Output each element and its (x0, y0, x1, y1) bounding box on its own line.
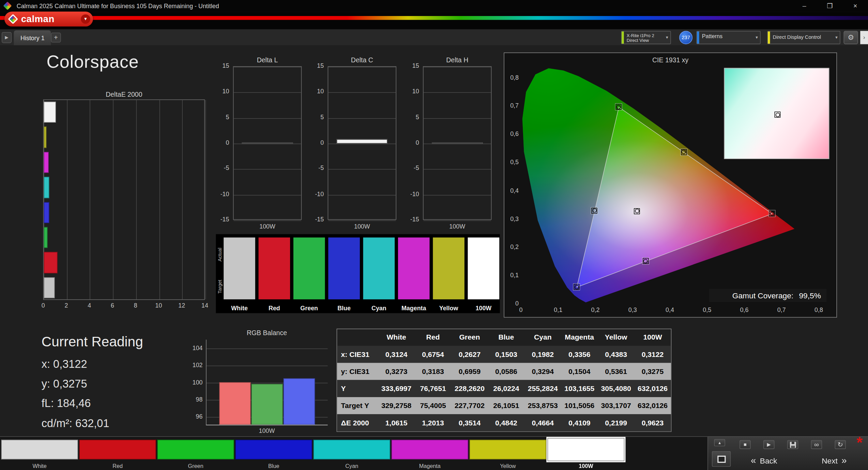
table-header-row: WhiteRedGreenBlueCyanMagentaYellow100W (337, 329, 671, 346)
rgb-tick-label: 104 (193, 344, 203, 351)
pattern-window-icon (717, 455, 725, 463)
deltae-gridline (113, 100, 114, 299)
deltae-bar-cyan (44, 177, 49, 198)
play-button[interactable]: ▶ (763, 440, 774, 449)
settings-button[interactable]: ⚙ (844, 31, 858, 44)
rgb-gridline (207, 365, 328, 366)
swatch-100w[interactable]: 100W (547, 437, 624, 470)
transport-controls: ▲ ■ ▶ ∞ ↻ * « Back Next » (707, 437, 868, 470)
back-button[interactable]: « Back (740, 453, 788, 468)
tab-history-1[interactable]: History 1 (14, 30, 51, 46)
table-row: ΔE 20001,06151,20130,35140,48420,46640,4… (337, 414, 671, 431)
rgb-bar-green (251, 383, 283, 425)
maximize-button[interactable]: ❐ (817, 0, 843, 12)
delta-tick-label: -5 (224, 165, 229, 171)
patch-color (468, 237, 500, 299)
white-point-inset (724, 68, 829, 159)
deltae-tick-label: 0 (36, 302, 50, 309)
swatch-label: 100W (547, 463, 624, 469)
delta-tick-label: 15 (317, 62, 324, 69)
display-control-accent (768, 31, 770, 44)
save-button[interactable] (787, 440, 798, 449)
refresh-icon: ↻ (838, 441, 843, 449)
calman-menu-button[interactable]: calman ▾ (4, 12, 93, 27)
rgb-tick-label: 98 (196, 396, 203, 402)
calman-logo-text: calman (21, 14, 55, 25)
link-icon: ∞ (814, 441, 819, 449)
delta-tick-label: 15 (223, 62, 229, 69)
table-cell: 0,3273 (378, 363, 414, 380)
delta-l-title: Delta L (233, 56, 302, 64)
pattern-window-button[interactable] (712, 451, 731, 467)
calman-logo-icon (8, 14, 18, 24)
patch-color (259, 237, 290, 299)
rgb-tick-label: 100 (193, 379, 203, 385)
swatch-magenta[interactable]: Magenta (391, 437, 468, 470)
table-cell: 0,5361 (598, 363, 634, 380)
cie-point-blue (574, 284, 580, 290)
swatch-cyan[interactable]: Cyan (313, 437, 390, 470)
titlebar: Calman 2025 Calman Ultimate for Business… (0, 0, 868, 12)
patterns-dropdown[interactable]: Patterns ▾ (696, 31, 760, 44)
patch-yellow: Yellow (433, 234, 465, 313)
next-button[interactable]: Next » (810, 453, 858, 468)
cie-point-red (769, 210, 775, 217)
patch-color (293, 237, 325, 299)
meter-dropdown[interactable]: X-Rite i1Pro 2 Direct View ▾ (621, 31, 671, 44)
swatch-white[interactable]: White (1, 437, 78, 470)
table-cell: 0,1982 (524, 346, 561, 363)
table-cell: 227,7702 (451, 397, 488, 414)
swatch-red[interactable]: Red (79, 437, 156, 470)
link-button[interactable]: ∞ (811, 440, 822, 449)
deltae-bar-magenta (44, 152, 48, 173)
refresh-button[interactable]: ↻ (835, 440, 846, 449)
patch-label: Yellow (433, 305, 465, 311)
deltae-tick-label: 2 (60, 302, 73, 309)
next-label: Next (822, 456, 838, 465)
swatch-blue[interactable]: Blue (235, 437, 312, 470)
deltae-tick-label: 4 (83, 302, 96, 309)
table-cell: 0,1504 (561, 363, 597, 380)
delta-gridline (424, 144, 491, 144)
delta-tick-label: -10 (220, 190, 229, 197)
minimize-button[interactable]: – (792, 0, 817, 12)
table-row: y: CIE310,32730,31830,69590,05860,32940,… (337, 363, 671, 380)
swatch-color (469, 440, 546, 459)
swatch-green[interactable]: Green (157, 437, 234, 470)
swatch-yellow[interactable]: Yellow (469, 437, 546, 470)
patch-green: Green (293, 234, 325, 313)
delta-bar-100w (336, 139, 388, 144)
table-header-cell: Green (451, 329, 488, 346)
stop-button[interactable]: ■ (740, 440, 750, 449)
swatch-color (1, 440, 78, 459)
cie-x-tick-label: 0,5 (700, 307, 714, 313)
chevron-down-icon: ▾ (756, 35, 758, 40)
patch-color (328, 237, 360, 299)
meter-badge: 237 (679, 31, 692, 44)
delta-gridline (233, 118, 301, 119)
collapse-up-button[interactable]: ▲ (714, 439, 725, 446)
delta-gridline (328, 144, 396, 144)
deltae-chart-title: DeltaE 2000 (43, 91, 205, 98)
delta-c-xlabel: 100W (328, 223, 396, 230)
delta-tick-label: 5 (226, 113, 229, 120)
cie-y-tick-label: 0,4 (510, 187, 519, 193)
delta-gridline (233, 67, 301, 67)
table-cell: 101,5056 (561, 397, 597, 414)
history-panel-button[interactable]: ▶ (2, 32, 12, 43)
panel-overflow-button[interactable]: › (860, 31, 868, 44)
cie-x-tick-label: 0,1 (551, 307, 565, 313)
table-cell: 329,2758 (378, 397, 414, 414)
display-control-dropdown[interactable]: Direct Display Control ▾ (767, 31, 840, 44)
header: calman ▾ (0, 12, 868, 29)
table-cell: 632,0126 (634, 380, 671, 397)
cie-y-tick-label: 0 (515, 300, 519, 307)
table-cell: 26,0224 (488, 380, 524, 397)
close-button[interactable]: × (842, 0, 868, 12)
add-tab-button[interactable]: + (51, 33, 61, 43)
cie-x-tick-label: 0,3 (626, 307, 639, 313)
delta-gridline (233, 92, 301, 93)
deltae-bar-blue (44, 202, 49, 223)
table-cell: 0,4109 (561, 414, 597, 431)
strip-target-label: Target (217, 274, 223, 299)
